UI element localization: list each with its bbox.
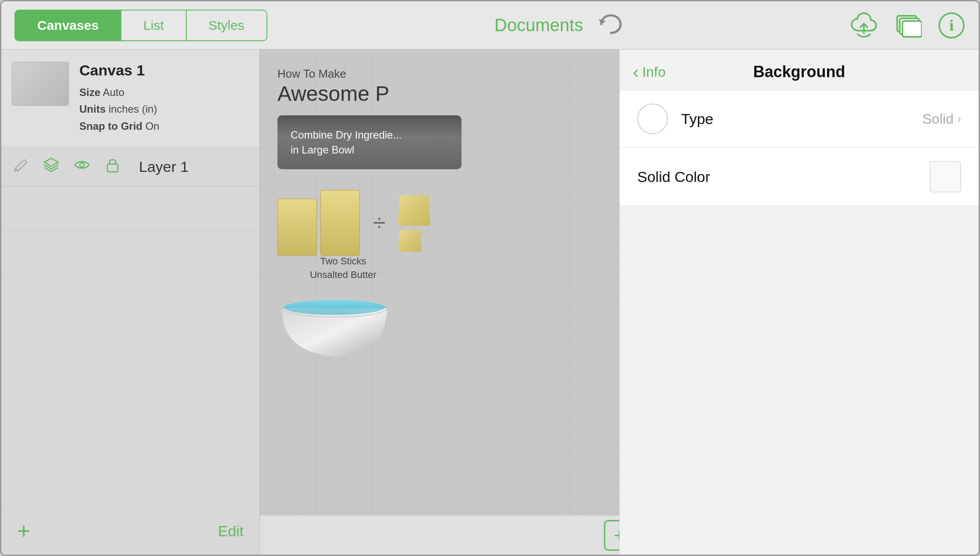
svg-text:i: i [949, 17, 954, 34]
solid-color-row[interactable]: Solid Color [620, 148, 979, 206]
documents-title: Documents [494, 15, 583, 35]
butter-cube-1 [398, 196, 430, 226]
butter-cubes [399, 194, 430, 251]
canvas-view: How To Make Awesome P Combine Dry Ingred… [260, 50, 979, 555]
panel-header: ‹ Info Background [620, 50, 979, 90]
bowl-svg [277, 273, 391, 361]
color-swatch[interactable] [930, 161, 961, 192]
back-label: Info [642, 64, 665, 80]
segmented-control: Canvases List Styles [14, 10, 267, 41]
tab-list[interactable]: List [121, 11, 187, 40]
left-sidebar: Canvas 1 Size Auto Units inches (in) Sna… [1, 50, 260, 555]
divide-symbol: ÷ [373, 210, 386, 236]
lock-icon[interactable] [104, 156, 121, 177]
cloud-sync-button[interactable] [850, 11, 878, 39]
svg-rect-7 [107, 164, 118, 172]
panel-title: Background [753, 63, 845, 81]
undo-button[interactable] [596, 12, 622, 39]
svg-marker-5 [44, 158, 58, 166]
back-button[interactable]: ‹ Info [633, 62, 666, 82]
recipe-card-text: Combine Dry Ingredie...in Large Bowl [291, 128, 448, 157]
add-canvas-button[interactable]: + [17, 518, 30, 544]
canvas-thumbnail [12, 62, 69, 106]
butter-block-2 [320, 190, 360, 256]
butter-block-1 [277, 199, 317, 256]
top-right-icons: i [850, 11, 966, 39]
type-value: Solid › [923, 111, 961, 127]
butter-container: ÷ Two SticksUnsalted Butter [277, 190, 430, 256]
panel-arrow [922, 50, 939, 50]
canvas-info: Canvas 1 Size Auto Units inches (in) Sna… [79, 62, 249, 135]
svg-rect-2 [902, 21, 922, 37]
svg-point-10 [284, 300, 385, 315]
edit-icon[interactable] [12, 156, 29, 177]
canvas-name: Canvas 1 [79, 62, 249, 79]
empty-canvas-area [1, 275, 259, 507]
tab-canvases[interactable]: Canvases [15, 11, 121, 40]
layer-row: Layer 1 [1, 147, 259, 186]
top-center: Documents [267, 12, 850, 39]
type-label: Type [681, 110, 923, 128]
main-content: Canvas 1 Size Auto Units inches (in) Sna… [1, 50, 979, 555]
type-chevron-icon: › [957, 112, 961, 126]
sidebar-bottom: + Edit [1, 507, 259, 555]
visibility-icon[interactable] [73, 156, 91, 177]
layer-type-icon[interactable] [43, 156, 60, 177]
butter-cube-2 [398, 230, 421, 251]
butter-blocks [277, 190, 360, 256]
canvas-item[interactable]: Canvas 1 Size Auto Units inches (in) Sna… [1, 50, 259, 147]
layers-button[interactable] [894, 11, 922, 39]
info-button[interactable]: i [937, 11, 966, 39]
panel-empty-space [620, 206, 979, 555]
bowl-container [277, 273, 391, 363]
type-row[interactable]: Type Solid › [620, 90, 979, 148]
type-circle-icon [637, 103, 668, 134]
info-panel: ‹ Info Background Type Solid › Sol [619, 50, 979, 555]
recipe-card: Combine Dry Ingredie...in Large Bowl [277, 115, 462, 169]
back-chevron-icon: ‹ [633, 62, 639, 82]
svg-point-6 [80, 163, 84, 167]
canvas-meta: Size Auto Units inches (in) Snap to Grid… [79, 84, 249, 135]
top-bar: Canvases List Styles Documents [1, 1, 979, 50]
edit-button[interactable]: Edit [218, 523, 244, 540]
tab-styles[interactable]: Styles [187, 11, 266, 40]
solid-color-label: Solid Color [637, 168, 930, 185]
layer-name: Layer 1 [139, 158, 188, 175]
